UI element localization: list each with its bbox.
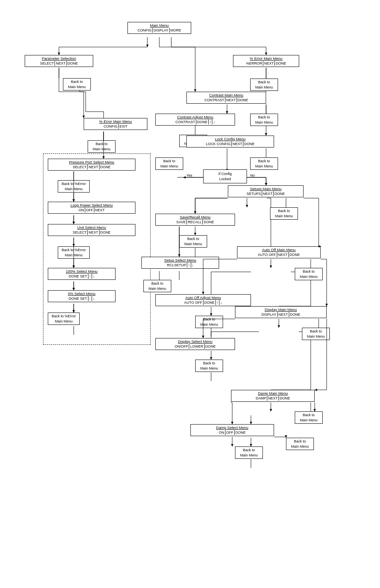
svg-marker-73: [146, 45, 149, 47]
main-menu-buttons: CONFIG DISPLAY MORE: [129, 28, 189, 33]
svg-marker-82: [246, 205, 248, 207]
loop-power-buttons: ON OFF NEXT: [50, 208, 133, 212]
loop-power-box: Loop Power Select Menu ON OFF NEXT: [48, 202, 135, 214]
param-select-title: Parameter Selection: [27, 56, 91, 61]
main-menu-box: Main Menu CONFIG DISPLAY MORE: [127, 22, 191, 34]
svg-marker-90: [270, 265, 272, 268]
diagram: Main Menu CONFIG DISPLAY MORE Parameter …: [0, 0, 380, 588]
back-main-auto-off-adjust: Back toMain Menu: [195, 316, 223, 328]
back-main-display-main: Back toMain Menu: [302, 328, 330, 340]
back-main-damp-select-done: Back toMain Menu: [286, 438, 314, 450]
loop-power-title: Loop Power Select Menu: [50, 203, 133, 208]
back-pct-error-unit: Back to %ErrorMain Menu: [58, 246, 90, 259]
param-select-box: Parameter Selection SELECT NEXT DONE: [25, 55, 93, 67]
pct0-select-title: 0% Select Menu: [50, 291, 114, 296]
back-main-lock-config: Back toMain Menu: [250, 157, 278, 170]
param-select-buttons: SELECT NEXT DONE: [27, 61, 91, 66]
contrast-adjust-buttons: CONTRAST DONE ↑ ↓: [157, 120, 233, 124]
contrast-main-box: Contrast Main Menu CONTRAST NEXT DONE: [186, 92, 266, 104]
pressure-port-buttons: SELECT NEXT DONE: [50, 165, 133, 169]
main-menu-more: MORE: [170, 28, 181, 33]
auto-off-adjust-buttons: AUTO OFF DONE ↑ ↓: [157, 300, 249, 305]
pressure-port-box: Pressure Port Select Menu SELECT NEXT DO…: [48, 159, 135, 171]
no-label: No: [250, 173, 255, 177]
unit-select-title: Unit Select Menu: [50, 225, 133, 230]
display-main-title: Display Main Menu: [237, 307, 325, 312]
auto-off-adjust-title: Auto Off Adjust Menu: [157, 295, 249, 300]
display-main-box: Display Main Menu DISPLAY NEXT DONE: [235, 306, 327, 318]
setup-select-box: Setup Select Menu RCLSETUP ↑ ↓: [141, 257, 219, 269]
damp-select-buttons: ON OFF DONE: [192, 430, 272, 435]
damp-main-title: Damp Main Menu: [233, 391, 313, 396]
main-menu-config: CONFIG: [137, 28, 151, 33]
display-select-buttons: ON/OFF LOWER DONE: [157, 344, 233, 349]
back-main-pct-error: Back toMain Menu: [250, 79, 278, 91]
pct-error-main-buttons: %ERROR NEXT DONE: [235, 61, 297, 66]
back-main-pct-config: Back toMain Menu: [88, 140, 116, 153]
svg-marker-139: [315, 389, 317, 391]
back-main-damp-select: Back toMain Menu: [235, 446, 263, 459]
display-select-box: Display Select Menu ON/OFF LOWER DONE: [155, 338, 235, 350]
pct0-select-buttons: DONE SET ↑ ↓: [50, 296, 114, 301]
setups-main-buttons: SETUPS NEXT DONE: [230, 191, 302, 196]
back-main-display-select: Back toMain Menu: [195, 360, 223, 372]
save-recall-title: Save/Recall Menu: [157, 215, 233, 220]
save-recall-box: Save/Recall Menu SAVE RECALL DONE: [155, 214, 235, 226]
damp-select-title: Damp Select Menu: [192, 425, 272, 430]
damp-main-buttons: DAMP NEXT DONE: [233, 396, 313, 401]
main-menu-title: Main Menu: [129, 23, 189, 28]
setups-main-box: Setups Main Menu SETUPS NEXT DONE: [228, 185, 304, 197]
setups-main-title: Setups Main Menu: [230, 187, 302, 191]
svg-marker-144: [231, 444, 233, 446]
damp-select-box: Damp Select Menu ON OFF DONE: [190, 424, 274, 436]
lock-config-title: Lock Config Menu: [188, 137, 272, 142]
pct100-select-title: 100% Select Menu: [50, 269, 114, 274]
setup-select-title: Setup Select Menu: [143, 258, 217, 263]
lock-config-buttons: LOCK CONFIG NEXT DONE: [188, 142, 272, 146]
pct0-select-box: 0% Select Menu DONE SET ↑ ↓: [48, 290, 116, 302]
contrast-main-buttons: CONTRAST NEXT DONE: [188, 98, 264, 102]
pct-error-main-box: % Error Main Menu %ERROR NEXT DONE: [233, 55, 299, 67]
back-main-damp-main: Back toMain Menu: [295, 411, 323, 424]
pct100-select-buttons: DONE SET ↑ ↓: [50, 274, 114, 279]
back-main-setup-select: Back toMain Menu: [143, 280, 171, 292]
unit-select-buttons: SELECT NEXT DONE: [50, 230, 133, 235]
pct-error-main-title: % Error Main Menu: [235, 56, 297, 61]
back-main-lock-left: Back toMain Menu: [155, 157, 183, 170]
svg-marker-114: [183, 176, 186, 179]
damp-main-box: Damp Main Menu DAMP NEXT DONE: [231, 390, 315, 402]
yes-label: Yes: [186, 173, 192, 177]
pct-error-config-buttons: CONFIG EXIT: [86, 124, 145, 129]
contrast-adjust-box: Contrast Adjust Menu CONTRAST DONE ↑ ↓: [155, 114, 235, 126]
auto-off-adjust-box: Auto Off Adjust Menu AUTO OFF DONE ↑ ↓: [155, 294, 251, 306]
pct-error-config-box: % Error Main Menu CONFIG EXIT: [84, 118, 147, 130]
svg-marker-92: [278, 325, 280, 328]
main-menu-display: DISPLAY: [153, 28, 168, 33]
contrast-main-title: Contrast Main Menu: [188, 93, 264, 98]
display-main-buttons: DISPLAY NEXT DONE: [237, 312, 325, 317]
if-config-locked: If ConfigLocked: [203, 169, 247, 183]
back-main-setups: Back toMain Menu: [270, 207, 298, 220]
back-main-auto-off-main: Back toMain Menu: [295, 268, 323, 280]
back-pct-error-pressure: Back to %ErrorMain Menu: [58, 180, 90, 193]
pct100-select-box: 100% Select Menu DONE SET ↑ ↓: [48, 268, 116, 280]
save-recall-buttons: SAVE RECALL DONE: [157, 220, 233, 224]
pct-error-config-title: % Error Main Menu: [86, 119, 145, 124]
unit-select-box: Unit Select Menu SELECT NEXT DONE: [48, 224, 135, 236]
display-select-title: Display Select Menu: [157, 339, 233, 344]
back-pct-error-0pct: Back to %ErrorMain Menu: [48, 313, 80, 325]
back-main-param: Back toMain Menu: [63, 78, 91, 90]
auto-off-main-title: Auto Off Main Menu: [239, 248, 319, 252]
auto-off-main-box: Auto Off Main Menu AUTO OFF NEXT DONE: [237, 246, 321, 258]
auto-off-main-buttons: AUTO OFF NEXT DONE: [239, 252, 319, 257]
svg-marker-94: [270, 409, 272, 411]
contrast-adjust-title: Contrast Adjust Menu: [157, 115, 233, 120]
pressure-port-title: Pressure Port Select Menu: [50, 160, 133, 165]
back-main-contrast-main: Back toMain Menu: [250, 114, 278, 126]
back-main-save-recall: Back toMain Menu: [179, 235, 207, 248]
lock-config-box: Lock Config Menu LOCK CONFIG NEXT DONE: [186, 136, 274, 147]
setup-select-buttons: RCLSETUP ↑ ↓: [143, 263, 217, 267]
